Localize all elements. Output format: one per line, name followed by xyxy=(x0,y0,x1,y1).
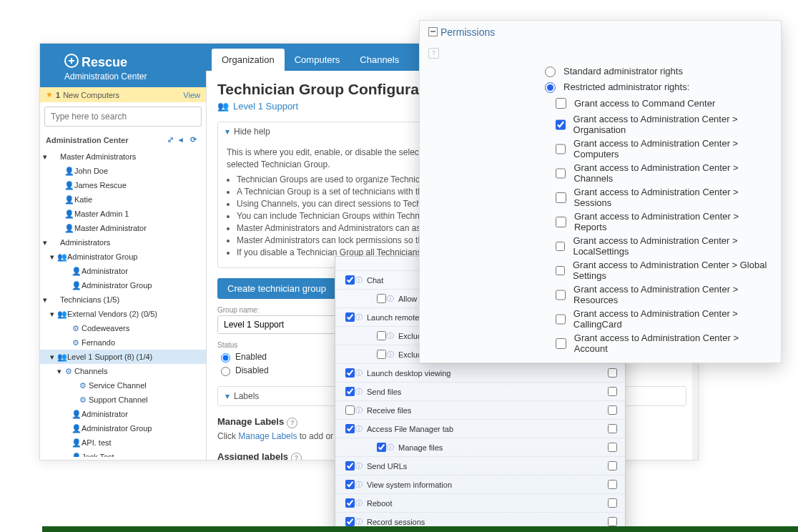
tree-refresh-icon[interactable]: ⟳ xyxy=(190,135,200,145)
tree-node[interactable]: 👤Jack Test xyxy=(40,450,206,457)
tree-node[interactable]: ⚙Support Channel xyxy=(40,393,206,407)
tree-node[interactable]: ⚙Fernando xyxy=(40,335,206,350)
perm-option-checkbox[interactable] xyxy=(556,338,566,349)
restricted-rights-radio[interactable] xyxy=(545,82,556,93)
info-icon[interactable]: ⓘ xyxy=(387,350,398,360)
tree-node[interactable]: 👤Master Admin 1 xyxy=(40,207,206,221)
perm-option-checkbox[interactable] xyxy=(556,241,565,252)
perm-checkbox[interactable] xyxy=(377,294,386,303)
create-group-button[interactable]: Create technician group xyxy=(217,278,336,299)
tree-node[interactable]: ▾⚙Channels xyxy=(40,364,206,378)
info-icon[interactable]: ⓘ xyxy=(355,461,367,471)
perm-label: Send URLs xyxy=(367,462,605,471)
info-icon[interactable]: ⓘ xyxy=(355,387,367,397)
perm-checkbox[interactable] xyxy=(345,480,355,489)
perm-checkbox[interactable] xyxy=(345,312,355,322)
perm-checkbox[interactable] xyxy=(345,405,355,415)
perm-checkbox[interactable] xyxy=(345,424,355,433)
info-icon[interactable]: ⓘ xyxy=(355,424,367,434)
tab-channels[interactable]: Channels xyxy=(350,49,409,71)
tree-node[interactable]: 👤Administrator xyxy=(40,407,206,421)
perm-option-checkbox[interactable] xyxy=(556,265,565,276)
info-icon[interactable]: ⓘ xyxy=(387,331,398,341)
perm-lock-checkbox[interactable] xyxy=(608,443,617,452)
help-icon[interactable]: ? xyxy=(287,418,297,428)
tree-node[interactable]: ⚙Codeweavers xyxy=(40,321,206,335)
tree-node[interactable]: ▾Administrators xyxy=(40,235,206,250)
perm-checkbox[interactable] xyxy=(345,461,355,471)
perm-option-checkbox[interactable] xyxy=(556,314,566,325)
perm-checkbox[interactable] xyxy=(345,517,355,526)
tree-node[interactable]: ⚙Service Channel xyxy=(40,378,206,393)
perm-checkbox[interactable] xyxy=(345,498,355,508)
perm-option-checkbox[interactable] xyxy=(556,217,566,227)
info-icon[interactable]: ⓘ xyxy=(355,517,367,527)
perm-lock-checkbox[interactable] xyxy=(608,480,617,489)
info-icon[interactable]: ⓘ xyxy=(355,480,367,490)
perm-checkbox[interactable] xyxy=(377,331,386,340)
perm-lock-checkbox[interactable] xyxy=(608,387,617,396)
tree-node[interactable]: 👤Katie xyxy=(40,192,206,207)
tree-node[interactable]: 👤John Doe xyxy=(40,164,206,178)
tree-node[interactable]: ▾Master Administrators xyxy=(40,149,206,164)
permissions-title[interactable]: Permissions xyxy=(420,21,781,44)
perm-lock-checkbox[interactable] xyxy=(608,498,617,508)
info-icon[interactable]: ⓘ xyxy=(355,405,367,415)
perm-checkbox[interactable] xyxy=(345,387,355,396)
manage-labels-link[interactable]: Manage Labels xyxy=(238,431,297,441)
tree-node[interactable]: ▾👥Level 1 Support (8) (1/4) xyxy=(40,350,206,364)
perm-lock-checkbox[interactable] xyxy=(608,461,617,471)
perm-option-row: Grant access to Administration Center > … xyxy=(420,185,781,210)
tree-node[interactable]: 👤Administrator Group xyxy=(40,421,206,435)
notification-bar[interactable]: ★ 1 New Computers View xyxy=(40,87,206,102)
perm-checkbox[interactable] xyxy=(377,350,386,359)
tree-node[interactable]: 👤James Rescue xyxy=(40,178,206,192)
perm-checkbox[interactable] xyxy=(345,275,355,285)
info-icon[interactable]: ⓘ xyxy=(355,312,367,322)
perm-lock-checkbox[interactable] xyxy=(608,424,617,433)
tree-expand-icon[interactable]: ⤢ xyxy=(167,135,177,145)
tree-node[interactable]: ▾Technicians (1/5) xyxy=(40,292,206,307)
tree-node[interactable]: ▾👥Administrator Group xyxy=(40,250,206,264)
perm-checkbox[interactable] xyxy=(345,368,355,378)
help-icon[interactable]: ? xyxy=(428,48,439,59)
tree-node[interactable]: 👤Administrator Group xyxy=(40,278,206,292)
info-icon[interactable]: ⓘ xyxy=(355,498,367,508)
perm-option-checkbox[interactable] xyxy=(556,98,566,109)
tree-collapse-icon[interactable]: ◂ xyxy=(179,135,189,145)
perm-label: Send files xyxy=(367,388,605,396)
perm-option-checkbox[interactable] xyxy=(556,290,566,300)
perm-option-checkbox[interactable] xyxy=(556,119,566,130)
tree-node[interactable]: 👤API. test xyxy=(40,435,206,450)
search-wrap xyxy=(40,102,206,131)
notif-view-link[interactable]: View xyxy=(183,91,200,99)
perm-row: ⓘManage files xyxy=(335,438,625,456)
product-name: Rescue xyxy=(64,54,200,70)
help-icon[interactable]: ? xyxy=(291,453,302,460)
tab-organization[interactable]: Organization xyxy=(212,49,285,71)
info-icon[interactable]: ⓘ xyxy=(355,368,367,378)
tree-node[interactable]: ▾👥External Vendors (2) (0/5) xyxy=(40,307,206,321)
tree-node[interactable]: 👤Master Administrator xyxy=(40,221,206,235)
info-icon[interactable]: ⓘ xyxy=(387,294,398,304)
status-disabled-radio[interactable] xyxy=(221,367,230,376)
perm-lock-checkbox[interactable] xyxy=(608,517,617,526)
perm-option-row: Grant access to Administration Center > … xyxy=(420,112,781,137)
collapse-icon[interactable] xyxy=(428,27,438,36)
perm-option-row: Grant access to Administration Center > … xyxy=(420,307,781,331)
perm-option-checkbox[interactable] xyxy=(556,168,566,179)
perm-checkbox[interactable] xyxy=(377,443,386,452)
perm-lock-checkbox[interactable] xyxy=(608,405,617,415)
info-icon[interactable]: ⓘ xyxy=(355,275,367,285)
bottom-bar xyxy=(42,526,798,532)
tree-node[interactable]: 👤Administrator xyxy=(40,264,206,278)
info-icon[interactable]: ⓘ xyxy=(387,443,398,453)
std-rights-radio[interactable] xyxy=(545,66,556,77)
search-input[interactable] xyxy=(44,107,202,127)
perm-option-checkbox[interactable] xyxy=(556,192,566,203)
status-enabled-radio[interactable] xyxy=(221,353,230,363)
tab-computers[interactable]: Computers xyxy=(285,49,350,71)
perm-lock-checkbox[interactable] xyxy=(608,368,617,378)
perm-option-checkbox[interactable] xyxy=(556,144,566,154)
org-tree[interactable]: ▾Master Administrators👤John Doe👤James Re… xyxy=(40,149,206,457)
